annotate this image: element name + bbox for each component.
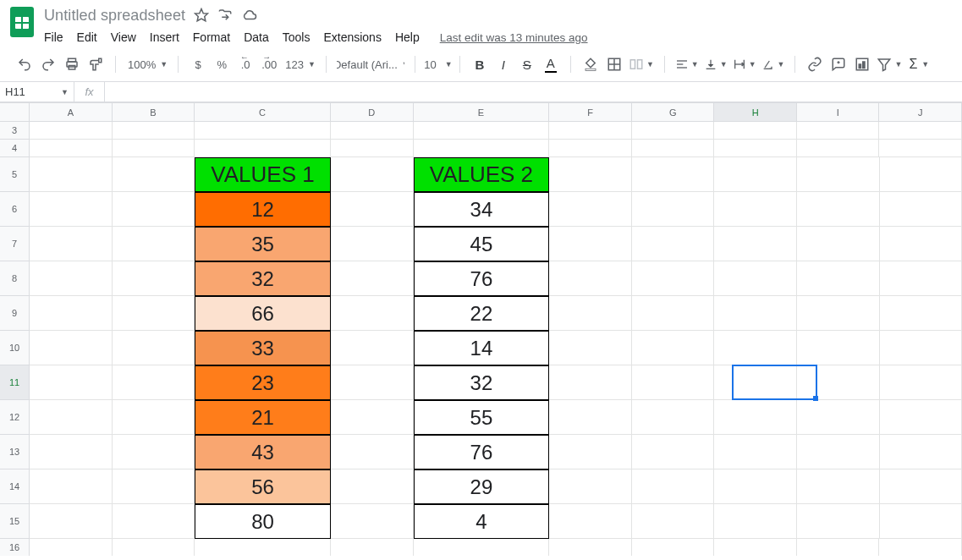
cell-C12[interactable]: 21 <box>195 400 331 435</box>
row-header-8[interactable]: 8 <box>0 261 30 296</box>
cell-D9[interactable] <box>331 296 414 331</box>
format-percent-button[interactable]: % <box>212 54 231 74</box>
cell-J16[interactable] <box>879 539 962 556</box>
cell-F16[interactable] <box>549 539 632 556</box>
cell-B3[interactable] <box>113 122 195 140</box>
menu-file[interactable]: File <box>44 30 63 44</box>
cell-A14[interactable] <box>30 469 113 504</box>
cell-H16[interactable] <box>714 539 797 556</box>
cell-A11[interactable] <box>30 365 113 400</box>
cell-B6[interactable] <box>113 192 195 227</box>
cell-H9[interactable] <box>714 296 797 331</box>
row-header-10[interactable]: 10 <box>0 331 30 365</box>
col-header-J[interactable]: J <box>879 102 962 122</box>
menu-view[interactable]: View <box>111 30 136 44</box>
cell-J14[interactable] <box>880 469 963 504</box>
cell-C6[interactable]: 12 <box>195 192 331 227</box>
cell-I9[interactable] <box>797 296 880 331</box>
cell-J7[interactable] <box>880 227 963 261</box>
filter-button[interactable]: ▼ <box>877 54 902 74</box>
cell-D11[interactable] <box>331 365 414 400</box>
cell-E10[interactable]: 14 <box>414 331 550 365</box>
undo-button[interactable] <box>15 54 34 74</box>
cell-E12[interactable]: 55 <box>414 400 550 435</box>
cell-C16[interactable] <box>195 539 331 556</box>
cell-A6[interactable] <box>30 192 113 227</box>
italic-button[interactable]: I <box>494 54 513 74</box>
row-header-9[interactable]: 9 <box>0 296 30 331</box>
cell-F15[interactable] <box>549 504 632 539</box>
cell-B5[interactable] <box>113 157 195 192</box>
cell-J6[interactable] <box>880 192 963 227</box>
cell-D14[interactable] <box>331 469 414 504</box>
doc-name[interactable]: Untitled spreadsheet <box>44 7 185 25</box>
row-header-14[interactable]: 14 <box>0 469 30 504</box>
cell-D10[interactable] <box>331 331 414 365</box>
cell-D7[interactable] <box>331 227 414 261</box>
cell-I15[interactable] <box>797 504 880 539</box>
menu-edit[interactable]: Edit <box>77 30 97 44</box>
cell-A16[interactable] <box>30 539 113 556</box>
cell-G3[interactable] <box>632 122 715 140</box>
cell-I8[interactable] <box>797 261 880 296</box>
cell-H4[interactable] <box>714 140 797 157</box>
cell-G12[interactable] <box>632 400 715 435</box>
cell-A5[interactable] <box>30 157 113 192</box>
cell-J15[interactable] <box>880 504 963 539</box>
insert-link-button[interactable] <box>805 54 824 74</box>
horizontal-align-button[interactable]: ▼ <box>675 54 699 74</box>
cell-I10[interactable] <box>797 331 880 365</box>
row-header-5[interactable]: 5 <box>0 157 30 192</box>
row-header-16[interactable]: 16 <box>0 539 30 556</box>
cell-F9[interactable] <box>549 296 632 331</box>
zoom-select[interactable]: 100%▼ <box>126 54 168 74</box>
formula-bar[interactable] <box>105 82 962 102</box>
cell-H10[interactable] <box>714 331 797 365</box>
cell-I6[interactable] <box>797 192 880 227</box>
cell-H5[interactable] <box>714 157 797 192</box>
borders-button[interactable] <box>605 54 624 74</box>
cell-E3[interactable] <box>414 122 550 140</box>
cell-J10[interactable] <box>880 331 963 365</box>
cell-G10[interactable] <box>632 331 715 365</box>
cell-E5[interactable]: VALUES 2 <box>414 157 550 192</box>
cell-C14[interactable]: 56 <box>195 469 331 504</box>
cell-E8[interactable]: 76 <box>414 261 550 296</box>
cell-B8[interactable] <box>113 261 195 296</box>
cell-E7[interactable]: 45 <box>414 227 550 261</box>
cell-B4[interactable] <box>113 140 195 157</box>
number-format-button[interactable]: 123▼ <box>283 54 316 74</box>
cell-H11[interactable] <box>714 365 797 400</box>
cell-I13[interactable] <box>797 435 880 469</box>
menu-format[interactable]: Format <box>193 30 230 44</box>
cell-E13[interactable]: 76 <box>414 435 550 469</box>
cell-D5[interactable] <box>331 157 414 192</box>
cell-I7[interactable] <box>797 227 880 261</box>
cell-F12[interactable] <box>549 400 632 435</box>
cell-C4[interactable] <box>195 140 331 157</box>
row-header-15[interactable]: 15 <box>0 504 30 539</box>
cell-E16[interactable] <box>414 539 550 556</box>
col-header-G[interactable]: G <box>632 102 715 122</box>
cell-I12[interactable] <box>797 400 880 435</box>
cell-F7[interactable] <box>549 227 632 261</box>
menu-tools[interactable]: Tools <box>283 30 311 44</box>
cell-G13[interactable] <box>632 435 715 469</box>
cell-D4[interactable] <box>331 140 414 157</box>
star-icon[interactable] <box>194 8 209 23</box>
cell-B9[interactable] <box>113 296 195 331</box>
cell-H13[interactable] <box>714 435 797 469</box>
cell-C15[interactable]: 80 <box>195 504 331 539</box>
cell-B7[interactable] <box>113 227 195 261</box>
cell-F8[interactable] <box>549 261 632 296</box>
cell-I5[interactable] <box>797 157 880 192</box>
cell-J8[interactable] <box>880 261 963 296</box>
last-edit-link[interactable]: Last edit was 13 minutes ago <box>440 31 588 44</box>
insert-comment-button[interactable] <box>829 54 848 74</box>
cell-G14[interactable] <box>632 469 715 504</box>
cell-B10[interactable] <box>113 331 195 365</box>
cell-G8[interactable] <box>632 261 715 296</box>
cell-E4[interactable] <box>414 140 550 157</box>
cell-D12[interactable] <box>331 400 414 435</box>
select-all-corner[interactable] <box>0 102 30 122</box>
